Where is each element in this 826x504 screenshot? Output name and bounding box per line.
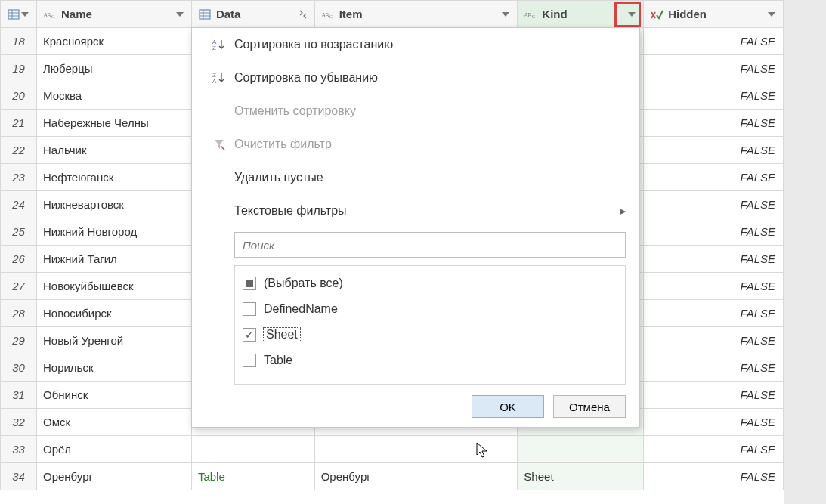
cell-hidden[interactable]: FALSE — [644, 273, 784, 300]
text-filters[interactable]: Текстовые фильтры ▶ — [192, 194, 639, 227]
header-kind[interactable]: ABC Kind — [518, 1, 644, 28]
filter-search — [234, 232, 626, 258]
header-label: Data — [216, 8, 241, 20]
filter-button-item[interactable] — [497, 6, 514, 23]
header-data[interactable]: Data — [191, 1, 314, 28]
header-item[interactable]: ABC Item — [314, 1, 518, 28]
cell-kind[interactable] — [518, 436, 644, 463]
text-type-icon: ABC — [43, 8, 57, 21]
filter-option[interactable]: Table — [243, 348, 617, 373]
boolean-type-icon — [650, 8, 664, 21]
cell-name[interactable]: Обнинск — [36, 382, 191, 409]
table-row[interactable]: 33ОрёлFALSE — [1, 436, 784, 463]
svg-text:Z: Z — [212, 45, 216, 51]
filter-button-kind[interactable] — [623, 6, 640, 23]
cell-name[interactable]: Нижний Тагил — [36, 246, 191, 273]
clear-sort: Отменить сортировку — [192, 94, 639, 128]
header-label: Name — [61, 8, 92, 20]
row-number: 24 — [1, 191, 37, 218]
row-number: 32 — [1, 409, 37, 436]
cell-name[interactable]: Люберцы — [36, 55, 191, 82]
filter-button-hidden[interactable] — [763, 6, 780, 23]
cell-hidden[interactable]: FALSE — [644, 327, 784, 354]
cell-name[interactable]: Нижний Новгород — [36, 218, 191, 246]
svg-text:B: B — [47, 13, 51, 19]
row-number: 19 — [1, 55, 37, 82]
filter-select-all[interactable]: (Выбрать все) — [243, 271, 617, 296]
cell-hidden[interactable]: FALSE — [644, 82, 784, 110]
cell-kind[interactable]: Sheet — [518, 463, 644, 490]
sort-ascending[interactable]: AZ Сортировка по возрастанию — [192, 28, 639, 61]
checkbox-unchecked-icon — [243, 354, 256, 367]
cell-hidden[interactable]: FALSE — [644, 28, 784, 55]
row-number: 28 — [1, 300, 37, 327]
row-number: 25 — [1, 218, 37, 246]
cell-hidden[interactable]: FALSE — [644, 382, 784, 409]
svg-text:C: C — [532, 14, 535, 19]
cell-name[interactable]: Нальчик — [36, 137, 191, 164]
cell-hidden[interactable]: FALSE — [644, 354, 784, 382]
cell-name[interactable]: Норильск — [36, 354, 191, 382]
label: Table — [264, 354, 292, 367]
row-number: 20 — [1, 82, 37, 110]
cell-item[interactable] — [314, 436, 518, 463]
header-index[interactable] — [1, 1, 37, 28]
cell-name[interactable]: Новосибирск — [36, 300, 191, 327]
svg-line-21 — [221, 146, 224, 150]
table-row[interactable]: 34ОренбургTableОренбургSheetFALSE — [1, 463, 784, 490]
cell-hidden[interactable]: FALSE — [644, 463, 784, 490]
cell-data[interactable] — [191, 436, 314, 463]
filter-option[interactable]: DefinedName — [243, 296, 617, 322]
cell-hidden[interactable]: FALSE — [644, 409, 784, 436]
row-number: 23 — [1, 164, 37, 191]
cell-name[interactable]: Омск — [36, 409, 191, 436]
svg-text:C: C — [329, 14, 333, 19]
table-icon — [198, 8, 212, 21]
cell-hidden[interactable]: FALSE — [644, 218, 784, 246]
cell-name[interactable]: Нефтеюганск — [36, 164, 191, 191]
cell-name[interactable]: Новокуйбышевск — [36, 273, 191, 300]
filter-values-list: (Выбрать все) DefinedNameSheetTable — [234, 265, 626, 385]
filter-button-index[interactable] — [17, 6, 33, 23]
cell-hidden[interactable]: FALSE — [644, 300, 784, 327]
filter-option[interactable]: Sheet — [243, 322, 617, 348]
ok-button[interactable]: OK — [472, 395, 544, 418]
sort-desc-icon: ZA — [209, 71, 230, 85]
cell-name[interactable]: Красноярск — [36, 28, 191, 55]
sort-descending[interactable]: ZA Сортировка по убыванию — [192, 61, 639, 94]
expand-button-data[interactable] — [295, 6, 311, 23]
cell-hidden[interactable]: FALSE — [644, 110, 784, 137]
svg-text:B: B — [528, 13, 532, 19]
sort-asc-icon: AZ — [209, 38, 230, 51]
cell-item[interactable]: Оренбург — [314, 463, 518, 490]
cell-hidden[interactable]: FALSE — [644, 164, 784, 191]
header-hidden[interactable]: Hidden — [644, 1, 784, 28]
cancel-button[interactable]: Отмена — [553, 395, 626, 418]
svg-rect-7 — [200, 10, 210, 19]
label: DefinedName — [264, 302, 338, 316]
cell-data[interactable]: Table — [191, 463, 314, 490]
cell-hidden[interactable]: FALSE — [644, 191, 784, 218]
cell-name[interactable]: Орёл — [36, 436, 191, 463]
row-number: 22 — [1, 137, 37, 164]
row-number: 34 — [1, 463, 37, 490]
cell-hidden[interactable]: FALSE — [644, 246, 784, 273]
cell-name[interactable]: Нижневартовск — [36, 191, 191, 218]
cell-name[interactable]: Москва — [36, 82, 191, 110]
svg-text:B: B — [325, 13, 329, 19]
cell-name[interactable]: Новый Уренгой — [36, 327, 191, 354]
svg-text:A: A — [212, 78, 217, 85]
text-type-icon: ABC — [321, 8, 335, 21]
cell-hidden[interactable]: FALSE — [644, 55, 784, 82]
filter-button-name[interactable] — [172, 6, 188, 23]
row-number: 30 — [1, 354, 37, 382]
svg-text:C: C — [51, 14, 54, 19]
header-name[interactable]: ABC Name — [36, 1, 191, 28]
filter-search-input[interactable] — [234, 232, 626, 258]
cell-hidden[interactable]: FALSE — [644, 436, 784, 463]
cell-name[interactable]: Набережные Челны — [36, 110, 191, 137]
remove-empty[interactable]: Удалить пустые — [192, 161, 639, 194]
cell-hidden[interactable]: FALSE — [644, 137, 784, 164]
cell-name[interactable]: Оренбург — [36, 463, 191, 490]
filter-button-bar: OK Отмена — [192, 395, 626, 418]
